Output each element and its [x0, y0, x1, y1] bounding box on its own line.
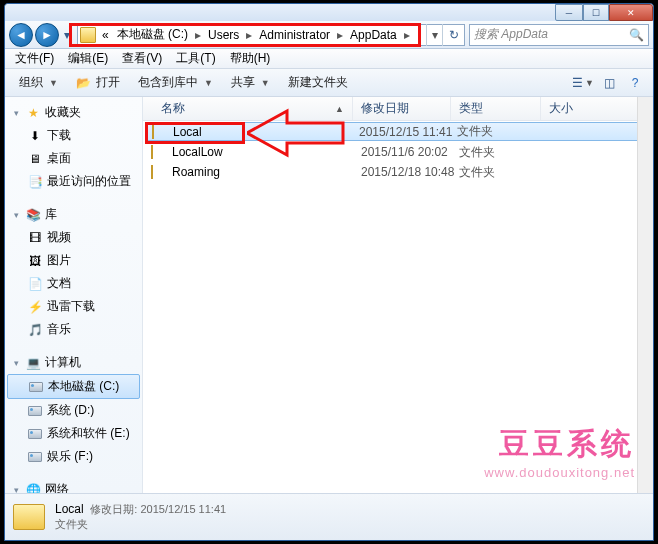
chevron-down-icon: ▾ [11, 108, 21, 118]
col-date[interactable]: 修改日期 [353, 97, 451, 120]
chevron-right-icon[interactable]: ▸ [192, 28, 204, 42]
menu-help[interactable]: 帮助(H) [224, 48, 277, 69]
tree-recent[interactable]: 📑最近访问的位置 [5, 170, 142, 193]
file-type: 文件夹 [459, 164, 549, 181]
close-button[interactable]: ✕ [609, 4, 653, 21]
vertical-scrollbar[interactable] [637, 97, 653, 493]
address-bar[interactable]: « 本地磁盘 (C:) ▸ Users ▸ Administrator ▸ Ap… [77, 24, 465, 46]
tree-libraries[interactable]: ▾📚库 [5, 203, 142, 226]
drive-icon [28, 452, 42, 462]
chevron-down-icon: ▾ [11, 358, 21, 368]
minimize-button[interactable]: ─ [555, 4, 583, 21]
navigation-tree: ▾★收藏夹 ⬇下载 🖥桌面 📑最近访问的位置 ▾📚库 🎞视频 🖼图片 📄文档 ⚡… [5, 97, 143, 493]
network-icon: 🌐 [25, 483, 41, 494]
details-type: 文件夹 [55, 517, 226, 532]
titlebar: ─ ☐ ✕ [5, 4, 653, 21]
library-icon: 📚 [25, 208, 41, 222]
recent-icon: 📑 [27, 175, 43, 189]
breadcrumb-prefix[interactable]: « [98, 25, 113, 45]
tree-drive-d[interactable]: 系统 (D:) [5, 399, 142, 422]
col-type[interactable]: 类型 [451, 97, 541, 120]
chevron-right-icon[interactable]: ▸ [243, 28, 255, 42]
chevron-down-icon: ▾ [11, 485, 21, 494]
file-date: 2015/11/6 20:02 [361, 145, 459, 159]
tree-downloads[interactable]: ⬇下载 [5, 124, 142, 147]
tree-xunlei[interactable]: ⚡迅雷下载 [5, 295, 142, 318]
nav-bar: ◄ ► ▾ « 本地磁盘 (C:) ▸ Users ▸ Administrato… [5, 21, 653, 49]
newfolder-button[interactable]: 新建文件夹 [280, 71, 356, 94]
file-name: Roaming [172, 165, 220, 179]
include-button[interactable]: 包含到库中▼ [130, 71, 221, 94]
folder-icon [151, 165, 167, 179]
nav-history-chevron-icon[interactable]: ▾ [61, 25, 73, 45]
file-list: 名称▲ 修改日期 类型 大小 Local2015/12/15 11:41文件夹L… [143, 97, 653, 493]
xunlei-icon: ⚡ [27, 300, 43, 314]
menu-bar: 文件(F) 编辑(E) 查看(V) 工具(T) 帮助(H) [5, 49, 653, 69]
file-date: 2015/12/15 11:41 [359, 125, 457, 139]
search-icon: 🔍 [629, 28, 644, 42]
file-row[interactable]: LocalLow2015/11/6 20:02文件夹 [143, 142, 653, 162]
toolbar: 组织▼ 📂打开 包含到库中▼ 共享▼ 新建文件夹 ☰▼ ◫ ? [5, 69, 653, 97]
tree-videos[interactable]: 🎞视频 [5, 226, 142, 249]
list-body: Local2015/12/15 11:41文件夹LocalLow2015/11/… [143, 121, 653, 493]
column-headers: 名称▲ 修改日期 类型 大小 [143, 97, 653, 121]
file-name: LocalLow [172, 145, 223, 159]
document-icon: 📄 [27, 277, 43, 291]
tree-drive-f[interactable]: 娱乐 (F:) [5, 445, 142, 468]
chevron-down-icon: ▼ [261, 78, 270, 88]
tree-desktop[interactable]: 🖥桌面 [5, 147, 142, 170]
organize-button[interactable]: 组织▼ [11, 71, 66, 94]
tree-computer[interactable]: ▾💻计算机 [5, 351, 142, 374]
tree-drive-c[interactable]: 本地磁盘 (C:) [7, 374, 140, 399]
refresh-button[interactable]: ↻ [442, 24, 464, 46]
col-name[interactable]: 名称▲ [143, 97, 353, 120]
tree-pictures[interactable]: 🖼图片 [5, 249, 142, 272]
file-type: 文件夹 [459, 144, 549, 161]
file-row[interactable]: Roaming2015/12/18 10:48文件夹 [143, 162, 653, 182]
file-type: 文件夹 [457, 123, 547, 140]
share-button[interactable]: 共享▼ [223, 71, 278, 94]
forward-button[interactable]: ► [35, 23, 59, 47]
download-icon: ⬇ [27, 129, 43, 143]
computer-icon: 💻 [25, 356, 41, 370]
folder-icon [80, 27, 96, 43]
tree-music[interactable]: 🎵音乐 [5, 318, 142, 341]
file-date: 2015/12/18 10:48 [361, 165, 459, 179]
breadcrumb-admin[interactable]: Administrator [255, 25, 334, 45]
view-mode-button[interactable]: ☰▼ [571, 72, 595, 94]
file-row[interactable]: Local2015/12/15 11:41文件夹 [146, 122, 650, 141]
chevron-down-icon: ▾ [11, 210, 21, 220]
folder-icon [13, 504, 45, 530]
help-button[interactable]: ? [623, 72, 647, 94]
tree-network[interactable]: ▾🌐网络 [5, 478, 142, 493]
preview-pane-button[interactable]: ◫ [597, 72, 621, 94]
tree-documents[interactable]: 📄文档 [5, 272, 142, 295]
folder-icon [151, 145, 167, 159]
content-area: ▾★收藏夹 ⬇下载 🖥桌面 📑最近访问的位置 ▾📚库 🎞视频 🖼图片 📄文档 ⚡… [5, 97, 653, 493]
music-icon: 🎵 [27, 323, 43, 337]
explorer-window: ─ ☐ ✕ ◄ ► ▾ « 本地磁盘 (C:) ▸ Users ▸ Admini… [4, 3, 654, 541]
back-button[interactable]: ◄ [9, 23, 33, 47]
tree-favorites[interactable]: ▾★收藏夹 [5, 101, 142, 124]
drive-icon [28, 429, 42, 439]
breadcrumb-drive[interactable]: 本地磁盘 (C:) [113, 25, 192, 45]
open-icon: 📂 [76, 76, 92, 90]
chevron-right-icon[interactable]: ▸ [334, 28, 346, 42]
breadcrumb-users[interactable]: Users [204, 25, 243, 45]
tree-drive-e[interactable]: 系统和软件 (E:) [5, 422, 142, 445]
file-name: Local [173, 125, 202, 139]
maximize-button[interactable]: ☐ [583, 4, 609, 21]
menu-edit[interactable]: 编辑(E) [62, 48, 114, 69]
open-button[interactable]: 📂打开 [68, 71, 128, 94]
search-input[interactable]: 搜索 AppData 🔍 [469, 24, 649, 46]
menu-view[interactable]: 查看(V) [116, 48, 168, 69]
menu-file[interactable]: 文件(F) [9, 48, 60, 69]
menu-tools[interactable]: 工具(T) [170, 48, 221, 69]
breadcrumb-appdata[interactable]: AppData [346, 25, 401, 45]
search-placeholder: 搜索 AppData [474, 26, 548, 43]
folder-icon [152, 125, 168, 139]
address-dropdown-icon[interactable]: ▾ [426, 24, 442, 46]
sort-asc-icon: ▲ [335, 104, 344, 114]
chevron-right-icon[interactable]: ▸ [401, 28, 413, 42]
picture-icon: 🖼 [27, 254, 43, 268]
